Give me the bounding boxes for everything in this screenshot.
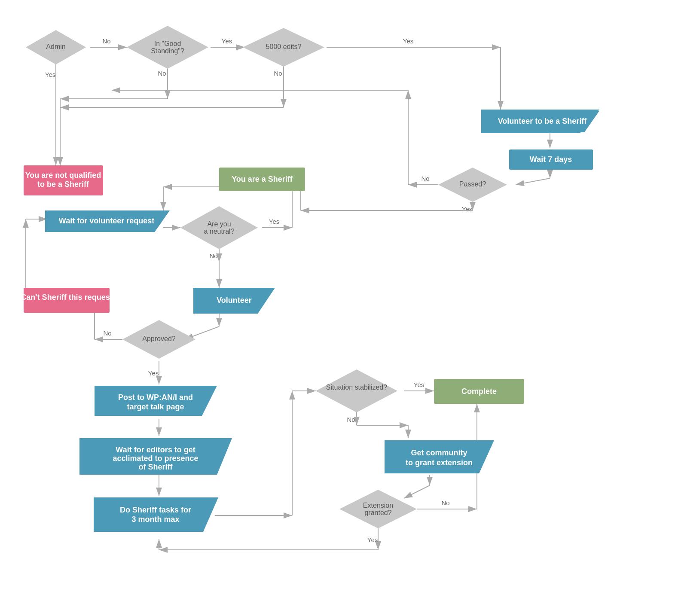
neutral-label1: Are you	[207, 220, 231, 228]
svg-text:Yes: Yes	[403, 37, 413, 45]
post-text2: target talk page	[127, 403, 184, 411]
svg-line-10	[516, 178, 550, 185]
svg-text:Yes: Yes	[367, 536, 378, 543]
volunteer-text: Volunteer	[217, 296, 252, 305]
neutral-label2: a neutral?	[204, 228, 234, 235]
wait-editors-text1: Wait for editors to get	[116, 445, 195, 454]
good-standing-label: In "Good	[154, 40, 181, 47]
svg-text:No: No	[347, 416, 355, 423]
svg-text:No: No	[209, 252, 217, 259]
svg-text:Yes: Yes	[148, 369, 159, 377]
situation-label1: Situation stabilized?	[326, 384, 387, 391]
extension-label2: granted?	[364, 509, 391, 516]
svg-text:Yes: Yes	[269, 218, 279, 225]
svg-text:Yes: Yes	[222, 37, 232, 45]
admin-label: Admin	[46, 43, 65, 50]
not-qualified-text2: to be a Sheriff	[37, 180, 89, 189]
extension-label1: Extension	[363, 502, 393, 509]
svg-text:No: No	[102, 37, 110, 45]
volunteer-sheriff-text: Volunteer to be a Sheriff	[498, 117, 587, 125]
svg-text:Yes: Yes	[414, 381, 424, 388]
do-tasks-text1: Do Sheriff tasks for	[120, 506, 191, 514]
svg-text:Yes: Yes	[462, 205, 472, 213]
wait7-text: Wait 7 days	[530, 155, 572, 164]
svg-text:No: No	[421, 175, 429, 182]
wait-editors-text2: acclimated to presence	[113, 454, 198, 463]
post-text1: Post to WP:AN/I and	[118, 393, 193, 402]
not-qualified-text1: You are not qualified	[25, 171, 101, 180]
edits-label: 5000 edits?	[266, 43, 302, 50]
cant-sheriff-text1: Can't Sheriff this request	[21, 293, 112, 302]
svg-text:No: No	[158, 70, 166, 77]
svg-text:No: No	[103, 329, 111, 337]
approved-label: Approved?	[142, 335, 175, 342]
get-community-text1: Get community	[411, 448, 467, 457]
wait-volunteer-text: Wait for volunteer request	[59, 217, 154, 225]
svg-text:No: No	[441, 499, 449, 506]
svg-line-60	[404, 485, 430, 498]
svg-text:Yes: Yes	[45, 71, 55, 78]
get-community-text2: to grant extension	[406, 458, 473, 467]
you-are-sheriff-text: You are a Sheriff	[232, 175, 293, 183]
complete-text: Complete	[461, 387, 497, 396]
svg-text:No: No	[274, 70, 282, 77]
do-tasks-text2: 3 month max	[131, 515, 179, 524]
good-standing-label2: Standing"?	[151, 47, 184, 55]
wait-editors-text3: of Sheriff	[139, 463, 173, 471]
passed-label: Passed?	[459, 180, 486, 188]
